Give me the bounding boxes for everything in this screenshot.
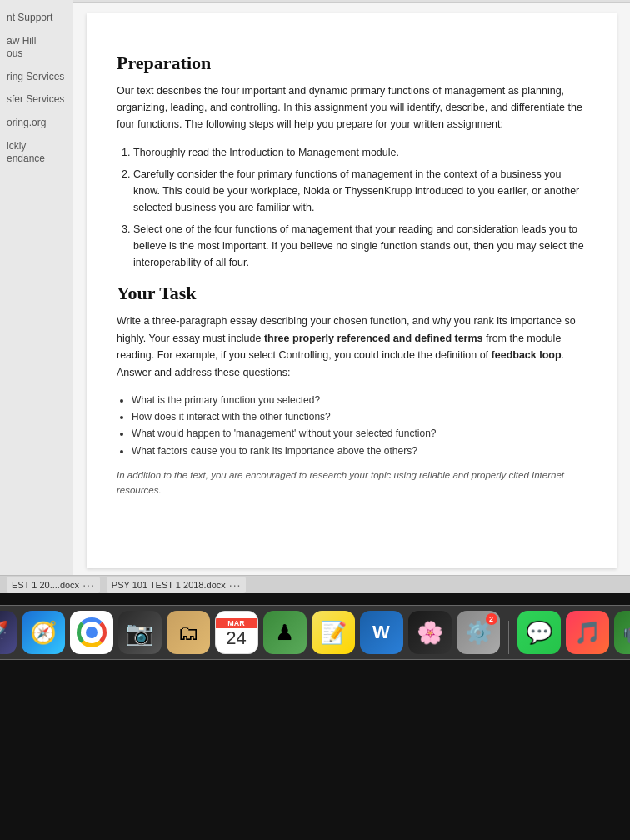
sidebar-item-tutoring-services[interactable]: ring Services — [0, 66, 72, 89]
tab-1[interactable]: EST 1 20....docx ··· — [7, 577, 100, 593]
tab-2[interactable]: PSY 101 TEST 1 2018.docx ··· — [107, 577, 247, 593]
doc-divider — [117, 37, 587, 38]
safari-icon: 🧭 — [30, 620, 57, 646]
chrome-icon — [77, 618, 107, 648]
dock-chrome[interactable] — [70, 611, 113, 654]
footnote-text: In addition to the text, you are encoura… — [117, 468, 587, 498]
bullet-1: What is the primary function you selecte… — [132, 392, 587, 408]
sidebar-item-tutoring-org[interactable]: oring.org — [0, 112, 72, 135]
calendar-icon: MAR 24 — [216, 612, 258, 653]
dock-itunes[interactable]: 🎵 — [566, 611, 609, 654]
task-paragraph: Write a three-paragraph essay describing… — [117, 312, 587, 382]
document-area: Preparation Our text describes the four … — [73, 0, 630, 575]
dock-calendar[interactable]: MAR 24 — [215, 611, 258, 654]
files-icon: 🗂 — [178, 620, 199, 646]
dock-separator — [508, 621, 509, 654]
dock-area: 🚀 🧭 📷 🗂 MAR — [0, 593, 630, 840]
steps-list: Thoroughly read the Introduction to Mana… — [133, 144, 587, 271]
calendar-day: 24 — [226, 629, 246, 648]
tab-2-label: PSY 101 TEST 1 2018.docx — [112, 580, 226, 590]
bullet-3: What would happen to 'management' withou… — [132, 425, 587, 442]
launchpad-icon: 🚀 — [0, 620, 8, 646]
step-1: Thoroughly read the Introduction to Mana… — [133, 144, 587, 161]
dock-messages[interactable]: 💬 — [518, 611, 561, 654]
itunes-icon: 🎵 — [574, 620, 601, 646]
preparation-title: Preparation — [117, 52, 587, 74]
tab-2-dots[interactable]: ··· — [229, 578, 242, 592]
sidebar-item-transfer-services[interactable]: sfer Services — [0, 88, 72, 112]
tabs-bar: EST 1 20....docx ··· PSY 101 TEST 1 2018… — [0, 575, 630, 593]
sidebar-item-student-support[interactable]: nt Support — [0, 7, 72, 30]
facetime-icon: 📹 — [622, 620, 631, 646]
notes-icon: 📝 — [320, 620, 347, 646]
dock-notes[interactable]: 📝 — [312, 611, 355, 654]
calendar-month: MAR — [216, 618, 258, 628]
task-bold-1: three properly referenced and defined te… — [264, 332, 483, 344]
bullet-4: What factors cause you to rank its impor… — [132, 442, 587, 459]
word-icon: W — [372, 622, 390, 643]
bullet-2: How does it interact with the other func… — [132, 408, 587, 425]
dock-word[interactable]: W — [360, 611, 403, 654]
document-top-bar — [73, 0, 630, 3]
messages-icon: 💬 — [526, 620, 552, 646]
sidebar-item-attendance[interactable]: icklyendance — [0, 135, 72, 171]
dock-launchpad[interactable]: 🚀 — [0, 611, 17, 654]
step-3: Select one of the four functions of mana… — [133, 221, 587, 271]
your-task-title: Your Task — [117, 282, 587, 304]
dock-photo-booth[interactable]: 📷 — [118, 611, 162, 654]
dock-badge-app[interactable]: ⚙️ 2 — [457, 611, 500, 654]
sidebar: nt Support aw Hillous ring Services sfer… — [0, 0, 73, 575]
dock-facetime[interactable]: 📹 — [614, 611, 631, 654]
badge-count: 2 — [486, 613, 498, 625]
document-page: Preparation Our text describes the four … — [87, 13, 617, 568]
task-bold-2: feedback loop — [492, 349, 562, 361]
photo-booth-icon: 📷 — [125, 619, 154, 647]
bullet-list: What is the primary function you selecte… — [132, 392, 587, 460]
step-2: Carefully consider the four primary func… — [133, 166, 587, 216]
tab-1-label: EST 1 20....docx — [12, 580, 79, 590]
dock-photos[interactable]: 🌸 — [408, 611, 452, 654]
sidebar-item-mcgraw-hill[interactable]: aw Hillous — [0, 30, 72, 66]
dock-safari[interactable]: 🧭 — [22, 611, 65, 654]
chess-icon: ♟ — [275, 620, 294, 646]
photos-icon: 🌸 — [417, 620, 443, 646]
dock: 🚀 🧭 📷 🗂 MAR — [0, 605, 630, 660]
dock-chess[interactable]: ♟ — [263, 611, 307, 654]
dock-files[interactable]: 🗂 — [167, 611, 210, 654]
tab-1-dots[interactable]: ··· — [82, 578, 95, 592]
intro-paragraph: Our text describes the four important an… — [117, 82, 587, 132]
